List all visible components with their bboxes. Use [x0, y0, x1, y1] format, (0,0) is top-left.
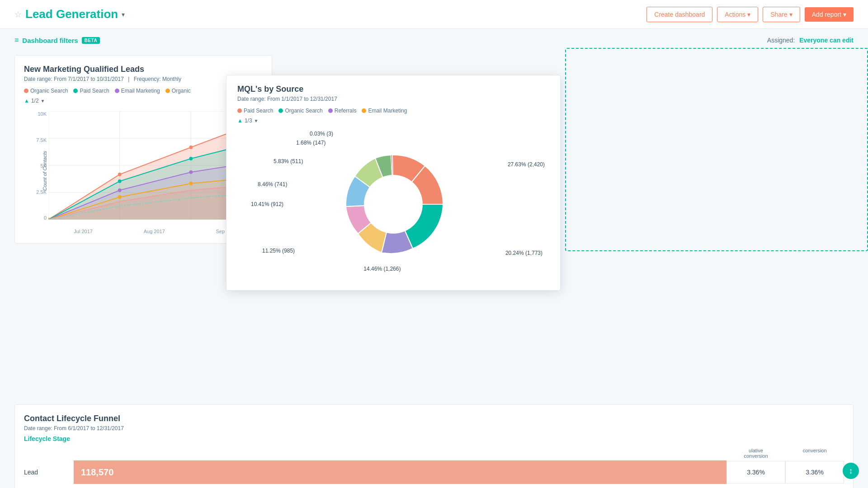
legend-item-organic-search-mql: Organic Search — [278, 108, 322, 114]
mql-pagination-down[interactable]: ▼ — [254, 118, 259, 123]
pie-label-1: 27.63% (2,420) — [508, 161, 545, 168]
y-label-0: 0 — [44, 215, 47, 221]
title-area: ☆ Lead Generation ▾ — [14, 7, 125, 21]
pie-label-6: 8.46% (741) — [258, 181, 287, 188]
pie-label-7: 5.83% (511) — [274, 158, 303, 164]
svg-point-16 — [118, 179, 122, 183]
lead-pct-cells: 3.36% 3.36% — [726, 461, 844, 483]
filters-label[interactable]: Dashboard filters — [22, 37, 78, 44]
funnel-row-lead: Lead 118,570 3.36% 3.36% — [24, 460, 844, 484]
cumulative-header: ulativeconversion — [726, 448, 785, 459]
lead-label: Lead — [24, 469, 74, 476]
mql-source-pagination: ▲ 1/3 ▼ — [237, 117, 549, 124]
funnel-date: Date range: From 6/1/2017 to 12/31/2017 — [24, 425, 844, 432]
create-dashboard-button[interactable]: Create dashboard — [646, 7, 712, 22]
svg-point-12 — [189, 145, 193, 149]
filters-right: Assigned: Everyone can edit — [767, 37, 854, 44]
x-label-aug2017: Aug 2017 — [144, 229, 165, 234]
svg-point-26 — [118, 195, 122, 199]
legend-item-referrals-mql: Referrals — [328, 108, 357, 114]
title-dropdown-icon[interactable]: ▾ — [122, 11, 125, 18]
svg-point-22 — [189, 170, 193, 174]
y-label-25k: 2.5K — [36, 189, 47, 195]
funnel-title: Contact Lifecycle Funnel — [24, 414, 844, 423]
actions-dropdown-icon: ▾ — [747, 11, 750, 18]
mql-source-card: MQL's by Source Date range: From 1/1/201… — [226, 75, 561, 291]
filters-icon: ≡ — [14, 36, 19, 44]
legend-dot-paid-search — [73, 89, 78, 93]
share-dropdown-icon: ▾ — [789, 11, 793, 18]
dashboard-content: New Marketing Qualified Leads Date range… — [0, 48, 868, 488]
legend-dot-ref — [328, 108, 333, 113]
lead-bar-cell: 118,570 — [74, 460, 726, 484]
lifecycle-label: Lifecycle Stage — [24, 435, 844, 442]
svg-point-21 — [118, 188, 122, 192]
legend-dot-email-marketing — [115, 89, 119, 93]
pie-label-4: 11.25% (985) — [262, 248, 295, 254]
mql-source-legend: Paid Search Organic Search Referrals Ema… — [237, 108, 549, 114]
svg-point-17 — [189, 157, 193, 160]
legend-item-organic: Organic — [165, 88, 191, 94]
legend-dot-ps — [237, 108, 242, 113]
pie-label-9: 0.03% (3) — [310, 131, 333, 137]
y-label-10k: 10K — [38, 111, 47, 117]
top-bar: ☆ Lead Generation ▾ Create dashboard Act… — [0, 0, 868, 29]
legend-item-paid-search-mql: Paid Search — [237, 108, 273, 114]
x-label-jul2017: Jul 2017 — [74, 229, 93, 234]
mql-pagination-up[interactable]: ▲ — [237, 117, 243, 124]
stage-header: conversion — [785, 448, 844, 459]
drag-placeholder-overlay — [565, 48, 868, 251]
legend-item-email-marketing-mql: Email Marketing — [362, 108, 407, 114]
star-icon[interactable]: ☆ — [14, 9, 22, 19]
beta-badge: BETA — [82, 37, 100, 44]
mql-source-title: MQL's by Source — [237, 84, 549, 94]
pie-label-2: 20.24% (1,773) — [505, 250, 542, 256]
legend-dot-organic — [165, 89, 170, 93]
lead-bar: 118,570 — [74, 460, 726, 484]
legend-dot-em — [362, 108, 366, 113]
y-label-5k: 5K — [41, 163, 47, 169]
new-mql-title: New Marketing Qualified Leads — [24, 65, 263, 74]
lead-stage-pct: 3.36% — [785, 461, 844, 483]
share-button[interactable]: Share ▾ — [763, 7, 800, 22]
pie-chart-area: 27.63% (2,420) 20.24% (1,773) 14.46% (1,… — [237, 127, 549, 281]
pie-chart-svg — [326, 136, 461, 272]
pagination-down-icon[interactable]: ▼ — [41, 99, 45, 103]
svg-point-27 — [189, 182, 193, 185]
y-label-75k: 7.5K — [36, 137, 47, 143]
lead-cumulative-pct: 3.36% — [726, 461, 785, 483]
funnel-card: Contact Lifecycle Funnel Date range: Fro… — [14, 404, 854, 488]
mql-source-date: Date range: From 1/1/2017 to 12/31/2017 — [237, 96, 549, 102]
funnel-header-pcts: ulativeconversion conversion — [726, 448, 844, 459]
header-actions: Create dashboard Actions ▾ Share ▾ Add r… — [646, 7, 854, 22]
assigned-value[interactable]: Everyone can edit — [799, 37, 854, 44]
filters-left: ≡ Dashboard filters BETA — [14, 36, 100, 44]
scroll-button[interactable]: ↕ — [843, 463, 859, 479]
funnel-header-row: ulativeconversion conversion — [24, 448, 844, 459]
legend-dot-os — [278, 108, 283, 113]
legend-item-paid-search: Paid Search — [73, 88, 109, 94]
svg-point-30 — [364, 175, 423, 234]
svg-point-11 — [118, 173, 122, 176]
legend-item-organic-search: Organic Search — [24, 88, 68, 94]
pie-label-5: 10.41% (912) — [251, 201, 283, 207]
actions-button[interactable]: Actions ▾ — [717, 7, 758, 22]
legend-dot-organic-search — [24, 89, 28, 93]
assigned-label: Assigned: — [767, 37, 795, 44]
legend-item-email-marketing: Email Marketing — [115, 88, 160, 94]
add-report-dropdown-icon: ▾ — [843, 11, 846, 18]
filters-bar: ≡ Dashboard filters BETA Assigned: Every… — [0, 29, 868, 48]
page-title: Lead Generation — [25, 7, 118, 21]
pagination-up-icon[interactable]: ▲ — [24, 98, 29, 104]
add-report-button[interactable]: Add report ▾ — [805, 7, 854, 22]
pie-label-8: 1.68% (147) — [296, 140, 326, 146]
lead-value: 118,570 — [81, 467, 113, 478]
